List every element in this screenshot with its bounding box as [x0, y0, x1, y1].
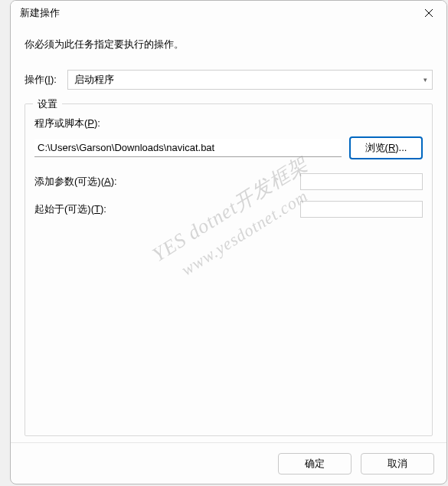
dialog-title: 新建操作	[20, 6, 411, 20]
startin-label: 起始于(可选)(T):	[34, 202, 211, 216]
args-label: 添加参数(可选)(A):	[34, 175, 211, 189]
script-row: 浏览(R)...	[34, 136, 423, 159]
close-button[interactable]	[411, 1, 446, 25]
dialog-window: 新建操作 你必须为此任务指定要执行的操作。 操作(I): 启动程序 ▾ 设置 程…	[10, 0, 447, 484]
action-label: 操作(I):	[25, 73, 57, 87]
script-input[interactable]	[34, 139, 342, 157]
action-selected: 启动程序	[74, 73, 114, 87]
dialog-content: 你必须为此任务指定要执行的操作。 操作(I): 启动程序 ▾ 设置 程序或脚本(…	[11, 25, 446, 436]
settings-legend: 设置	[33, 97, 62, 111]
action-dropdown[interactable]: 启动程序 ▾	[67, 70, 433, 90]
instruction-text: 你必须为此任务指定要执行的操作。	[25, 38, 433, 51]
startin-input[interactable]	[300, 201, 423, 218]
action-row: 操作(I): 启动程序 ▾	[25, 70, 433, 90]
cancel-button[interactable]: 取消	[361, 453, 434, 475]
chevron-down-icon: ▾	[423, 76, 427, 84]
args-row: 添加参数(可选)(A):	[34, 173, 423, 190]
startin-row: 起始于(可选)(T):	[34, 201, 423, 218]
script-label: 程序或脚本(P):	[34, 117, 423, 130]
dialog-footer: 确定 取消	[11, 442, 446, 484]
args-input[interactable]	[300, 173, 423, 190]
titlebar: 新建操作	[11, 1, 446, 25]
settings-fieldset: 设置 程序或脚本(P): 浏览(R)... 添加参数(可选)(A): 起始于(可…	[25, 103, 433, 436]
close-icon	[424, 8, 433, 18]
ok-button[interactable]: 确定	[278, 453, 352, 475]
browse-button[interactable]: 浏览(R)...	[349, 136, 423, 159]
